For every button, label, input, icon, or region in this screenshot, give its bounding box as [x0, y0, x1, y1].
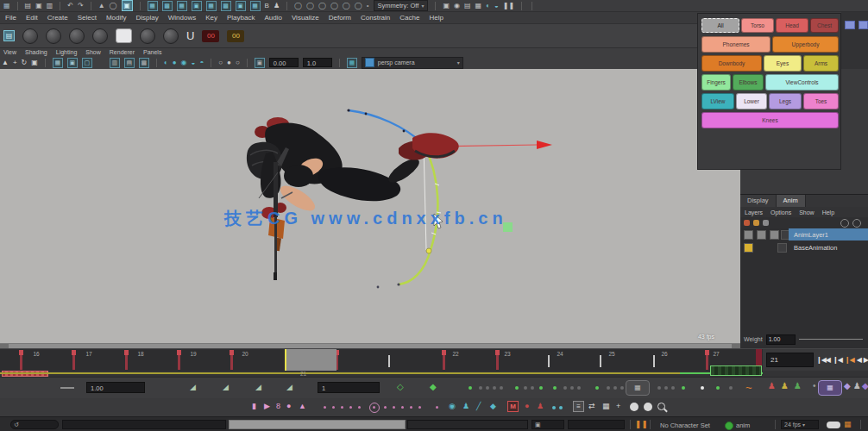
isolate-select-icon[interactable]: ▣	[255, 58, 265, 68]
field-exposure-field[interactable]: 0.00	[269, 58, 299, 67]
key-dot[interactable]	[607, 386, 610, 390]
shelf-button-yellow[interactable]: 00	[227, 30, 244, 42]
character-set-label[interactable]: No Character Set	[660, 422, 710, 429]
pink-dot[interactable]	[418, 406, 421, 409]
key-dot[interactable]	[479, 386, 482, 390]
select-tool-icon[interactable]: ▲	[98, 2, 105, 10]
layer-menu-options[interactable]: Options	[771, 209, 791, 216]
ramp-icon-2[interactable]: ◢	[223, 383, 229, 391]
wire-on-shaded-icon[interactable]: ○	[218, 59, 223, 67]
new-scene-icon[interactable]: ▤	[25, 2, 32, 10]
red-paw-icon[interactable]: ♟	[537, 402, 544, 410]
tween-button[interactable]: ▦	[626, 380, 650, 396]
command-field[interactable]	[407, 420, 528, 429]
viewport-scale-icon[interactable]: ▣	[31, 59, 38, 67]
person-teal-icon[interactable]: ♟	[462, 402, 469, 410]
ghost-toggle-6-icon[interactable]: ◯	[355, 2, 362, 10]
menu-cache[interactable]: Cache	[399, 14, 419, 22]
step-back-frame-button[interactable]: ❙◀	[833, 356, 842, 364]
pink-dot[interactable]	[401, 406, 404, 409]
snap-curve-icon[interactable]: ▩	[162, 1, 173, 11]
window-icon[interactable]	[845, 21, 855, 29]
menu-windows[interactable]: Windows	[168, 14, 196, 22]
pink-dot[interactable]	[358, 406, 361, 409]
panel-menu-renderer[interactable]: Renderer	[110, 49, 135, 55]
pink-dot[interactable]	[393, 406, 395, 409]
layer-icon-3[interactable]	[763, 220, 769, 226]
pose-blob-icon[interactable]: ▮	[252, 402, 256, 410]
render-settings-icon[interactable]: ▤	[464, 2, 471, 10]
key-dot[interactable]	[524, 386, 527, 390]
lasso-tool-icon[interactable]: ◯	[110, 2, 117, 10]
make-live-icon[interactable]: ▩	[221, 1, 231, 11]
white-dot[interactable]	[630, 403, 638, 411]
key-dot[interactable]	[553, 386, 557, 390]
grid-toggle-icon[interactable]: ▦	[53, 58, 63, 68]
gate-mask-icon[interactable]: ▩	[139, 58, 149, 68]
character-icon[interactable]: ♟	[274, 2, 280, 10]
picker-upperbody[interactable]: Upperbody	[772, 36, 839, 53]
layer-icon-zero-key[interactable]	[840, 219, 849, 228]
menu-deform[interactable]: Deform	[329, 14, 351, 22]
key-dot[interactable]	[515, 386, 519, 390]
key-dot[interactable]	[620, 386, 624, 390]
render-sphere-icon[interactable]: ◐	[486, 2, 490, 10]
pink-dot[interactable]	[324, 406, 326, 409]
key-dot[interactable]	[469, 386, 472, 390]
panel-menu-panels[interactable]: Panels	[143, 49, 161, 55]
pink-dot[interactable]	[349, 406, 352, 409]
shelf-button-u[interactable]: U	[186, 32, 194, 41]
save-scene-icon[interactable]: ▥	[47, 2, 53, 10]
layer-row-icon[interactable]	[757, 230, 766, 240]
key-dot[interactable]	[500, 386, 503, 390]
snap-extra2-icon[interactable]: ▦	[250, 1, 261, 11]
small-field-2[interactable]	[568, 420, 625, 429]
picker-lview[interactable]: LView	[701, 93, 734, 109]
ghost-toggle-2-icon[interactable]: ◯	[306, 2, 314, 10]
shelf-button-4[interactable]	[92, 28, 108, 44]
snap-grid-icon[interactable]: ▦	[148, 1, 158, 11]
script-input-field[interactable]	[62, 420, 226, 429]
anim-curve-icon[interactable]: ~	[745, 381, 752, 394]
picker-toes[interactable]: Toes	[803, 93, 839, 109]
picker-downbody[interactable]: Downbody	[701, 55, 762, 72]
pen-icon[interactable]: ╱	[476, 402, 481, 410]
bookmark-icon[interactable]: ▢	[82, 58, 92, 68]
layer-icon-zero-weight[interactable]	[852, 219, 861, 228]
key-dot[interactable]	[577, 386, 581, 390]
menu-visualize[interactable]: Visualize	[292, 14, 319, 22]
teal-dot[interactable]	[552, 406, 556, 409]
red-blob-icon[interactable]: ●	[525, 402, 529, 410]
set-key-icon[interactable]: ◇	[397, 382, 404, 391]
key-dot[interactable]	[671, 386, 675, 390]
camera-select-dropdown[interactable]: persp camera▾	[362, 57, 463, 69]
viewport-move-icon[interactable]: +	[13, 59, 17, 67]
pause-icon[interactable]: ❚❚	[503, 2, 514, 10]
camera-attrs-icon[interactable]: ▣	[67, 58, 78, 68]
preferences-icon[interactable]: ▦	[844, 420, 852, 428]
pink-dot[interactable]	[436, 406, 438, 409]
refresh-field[interactable]: ↺	[10, 420, 59, 429]
window-icon[interactable]	[859, 21, 868, 29]
hypershade-icon[interactable]: ▦	[475, 2, 482, 10]
viewport-select-icon[interactable]: ▲	[2, 59, 9, 67]
menu-edit[interactable]: Edit	[26, 14, 38, 22]
redo-icon[interactable]: ↷	[78, 2, 84, 10]
fps-select[interactable]: 24 fps ▾	[781, 420, 819, 429]
anim-status-dot[interactable]	[725, 422, 733, 430]
key-dot[interactable]	[701, 386, 704, 390]
ghost-toggle-3-icon[interactable]: ◯	[318, 2, 326, 10]
picker-head[interactable]: Head	[776, 18, 808, 33]
ramp-icon-4[interactable]: ◢	[286, 383, 292, 391]
layer-menu-layers[interactable]: Layers	[745, 209, 763, 216]
picker-eyes[interactable]: Eyes	[764, 55, 802, 72]
menu-constrain[interactable]: Constrain	[361, 14, 390, 22]
shelf-button-3[interactable]	[69, 28, 85, 44]
snap-projected-center-icon[interactable]: ▣	[192, 1, 202, 11]
menu-key[interactable]: Key	[205, 14, 217, 22]
ghost-toggle-4-icon[interactable]: ◯	[330, 2, 338, 10]
layer-row-icon[interactable]	[744, 230, 753, 240]
ramp-icon-3[interactable]: ◢	[255, 383, 261, 391]
pink-dot[interactable]	[341, 406, 343, 409]
mirror-m-icon[interactable]: M	[507, 401, 519, 412]
